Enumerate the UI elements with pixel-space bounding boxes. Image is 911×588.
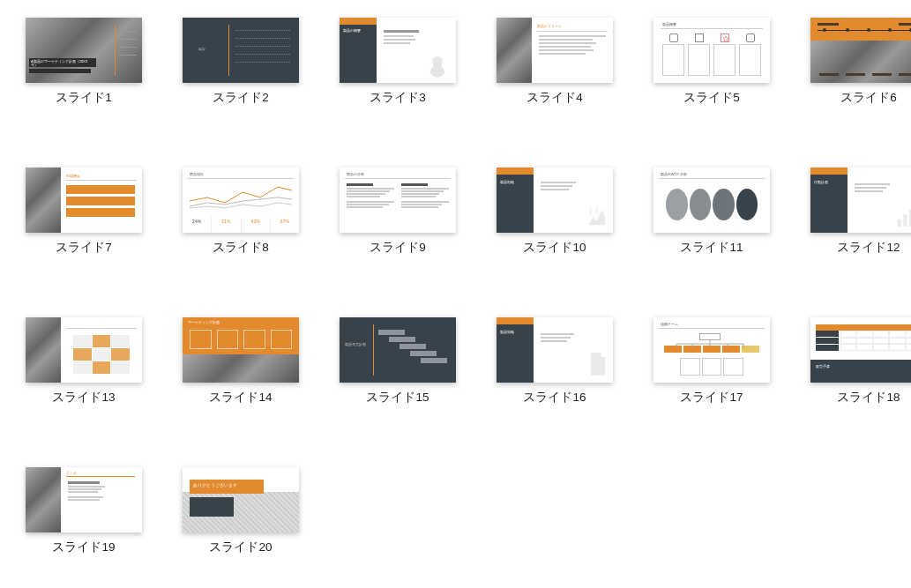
slide-thumbnail-item[interactable]: 製品概要 スライド5 [646,18,778,106]
svg-rect-1 [903,214,907,226]
slide-thumbnail-item[interactable]: 販売予算 スライド18 [803,317,911,406]
slide-label: スライド19 [52,540,115,555]
slide-label: スライド2 [213,90,269,106]
slide-label: スライド3 [370,90,426,106]
slide-label: スライド18 [837,390,900,406]
slide-label: スライド5 [683,90,740,106]
slide-thumbnail: A製品のマーケティング計画（20XX年） [26,18,142,83]
slide-thumbnail [810,18,911,83]
slide-thumbnail: 製品発売計画 [340,317,456,383]
slide-thumbnail: 競合他社 24% 21% 42% 67% [183,167,299,233]
slide-label: スライド15 [366,390,429,406]
slide-thumbnail-item[interactable]: 競合他社 24% 21% 42% 67% スライド8 [175,167,307,256]
slide-thumbnail-item[interactable]: 組織チーム スライド17 [646,317,778,406]
slide-label: スライド16 [523,390,586,406]
slide-label: スライド10 [523,240,586,256]
slide-thumbnail-item[interactable]: スライド6 [803,18,911,106]
slide-label: スライド6 [840,90,897,106]
slide-thumbnail: 販売予算 [810,317,911,383]
slide-label: スライド9 [370,240,426,256]
slide-thumbnail-item[interactable]: マーケティング計画 スライド14 [175,317,307,406]
slide-label: スライド12 [837,240,900,256]
slide-thumbnail-item[interactable]: 市場機会 スライド7 [18,167,150,256]
slide-thumbnail: マーケティング計画 [183,317,299,383]
slide-label: スライド4 [526,90,583,106]
slide-label: スライド20 [209,540,272,555]
slide-thumbnail-item[interactable]: 製品のリリース スライド4 [489,18,621,106]
svg-rect-0 [898,220,901,227]
slide-thumbnail-item[interactable]: 競合の分析 スライド9 [332,167,464,256]
slide-label: スライド14 [209,390,272,406]
slide-thumbnail: 競合の分析 [340,167,456,233]
slide-thumbnail-item[interactable]: 行動計画 スライド12 [803,167,911,256]
slide-label: スライド1 [56,90,112,106]
slide-label: スライド11 [680,240,743,256]
slide-thumbnail-item[interactable]: 製品戦略 スライド10 [489,167,621,256]
slide-label: スライド7 [56,240,112,256]
slide-thumbnail: まとめ [26,467,142,532]
slide-thumbnail-item[interactable]: スライド13 [18,317,150,406]
slide-thumbnail: 市場機会 [26,167,142,233]
slide-thumbnail-item[interactable]: ありがとうございます スライド20 [175,467,307,555]
slide-thumbnail-item[interactable]: 製品戦略 スライド16 [489,317,621,406]
slide-thumbnail: 製品のリリース [497,18,613,83]
slide-thumbnail: 行動計画 [810,167,911,233]
slide-thumbnail-item[interactable]: 製品発売計画 スライド15 [332,317,464,406]
slide-label: スライド13 [52,390,115,406]
slide-thumbnail-item[interactable]: 製品/SWOT 分析 スライド11 [646,167,778,256]
slide-thumbnail: 製品/SWOT 分析 [653,167,770,233]
slide-thumbnail: ありがとうございます [183,467,299,532]
slide-label: スライド17 [680,390,743,406]
slide-thumbnail [26,317,142,383]
slide-thumbnail: 製品の概要 [340,18,456,83]
slide-label: スライド8 [213,240,269,256]
slide-thumbnail-item[interactable]: 目次 スライド2 [175,18,307,106]
slide-thumbnail-grid: A製品のマーケティング計画（20XX年） スライド1 目次 ス [18,18,893,555]
slide-thumbnail: 製品概要 [653,18,770,83]
slide-thumbnail-item[interactable]: まとめ スライド19 [18,467,150,555]
slide-thumbnail-item[interactable]: A製品のマーケティング計画（20XX年） スライド1 [18,18,150,106]
slide-thumbnail: 製品戦略 [497,167,613,233]
slide-thumbnail: 目次 [183,18,299,83]
slide-thumbnail: 製品戦略 [497,317,613,383]
slide-thumbnail: 組織チーム [653,317,770,383]
slide-thumbnail-item[interactable]: 製品の概要 スライド3 [332,18,464,106]
